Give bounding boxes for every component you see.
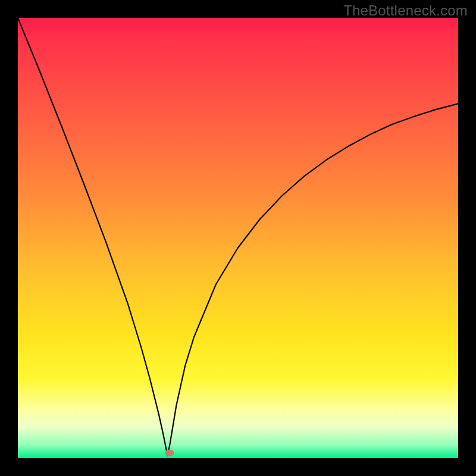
chart-frame: TheBottleneck.com bbox=[0, 0, 476, 476]
bottleneck-curve bbox=[18, 18, 458, 456]
notch-marker bbox=[165, 450, 174, 456]
curve-svg bbox=[18, 18, 458, 458]
plot-area bbox=[18, 18, 458, 458]
watermark-text: TheBottleneck.com bbox=[343, 2, 468, 19]
